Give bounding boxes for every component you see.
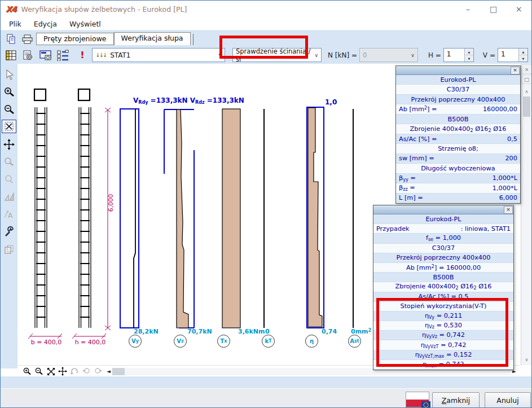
panel-close-icon[interactable]: × — [504, 206, 513, 214]
spin-up-icon[interactable]: ▲ — [519, 49, 527, 55]
v-spinner[interactable]: 1 ▲▼ — [498, 48, 528, 62]
panel-row: ηmax = 0,742 — [373, 360, 513, 370]
tab-prety-zbrojeniowe[interactable]: Pręty zbrojeniowe — [36, 33, 114, 45]
status-strip — [1, 376, 531, 388]
tab-separator — [193, 34, 194, 45]
pan-icon[interactable] — [58, 367, 68, 376]
verification-results-rows: Eurokod-PLPrzypadek: liniowa, STAT1fse =… — [373, 214, 513, 370]
tools-icon[interactable] — [2, 225, 16, 239]
table-icon[interactable] — [3, 47, 19, 63]
panel-title-bar[interactable]: × — [396, 66, 520, 75]
analysis-type-combo[interactable]: Sprawdzenie ścinania / sł ∨ — [232, 48, 322, 62]
menu-plik[interactable]: Plik — [3, 20, 28, 28]
select-icon[interactable] — [2, 67, 16, 82]
panel-row: Ab [mm2] = 160000,00 — [373, 263, 513, 273]
diagram-symbol-circle: Tx — [217, 335, 230, 348]
diagram-value: 28,2kN — [134, 328, 159, 335]
dimension-h-label: h = 400,0 — [74, 339, 107, 346]
toolbar-row: ! ↓↓↓ STAT1 ▼ Sprawdzenie ścinania / sł … — [36, 46, 531, 64]
diagram-symbol-circle: Vz — [174, 335, 187, 348]
view-restore-icon[interactable]: □ — [521, 74, 532, 84]
panel-row: As/Ac [%] =0,5 — [396, 134, 520, 144]
vertical-scrollbar[interactable]: × □ ∧ ∨ — [521, 64, 532, 365]
section-parameters-panel: × Eurokod-PLC30/37Przekrój poprzeczny 40… — [395, 65, 521, 204]
panel-row: βyy =1,000*L — [396, 174, 520, 183]
layers-icon[interactable] — [2, 242, 16, 257]
rotate-icon[interactable] — [69, 367, 80, 376]
panel-row: Zbrojenie 400x4002 Ø162 Ø16 — [373, 282, 513, 292]
panel-title-bar[interactable]: × — [373, 205, 513, 214]
load-case-icon: ↓↓↓ — [95, 52, 106, 58]
tx-diagram — [222, 109, 240, 328]
scroll-down-icon[interactable]: ∨ — [525, 356, 529, 363]
analysis-type-value: Sprawdzenie ścinania / sł — [236, 47, 314, 63]
section-parameters-rows: Eurokod-PLC30/37Przekrój poprzeczny 400x… — [396, 75, 520, 203]
svg-text:A: A — [8, 212, 13, 220]
v-value: 1 — [498, 49, 518, 62]
spin-up-icon[interactable]: ▲ — [465, 49, 473, 55]
chevron-down-icon: ∨ — [411, 52, 415, 58]
panel-row: βzz =1,000*L — [396, 183, 520, 193]
dropdown-arrow-icon: ▼ — [219, 53, 222, 58]
view-next-icon[interactable] — [93, 367, 103, 376]
load-case-selector[interactable]: ↓↓↓ STAT1 ▼ — [92, 48, 225, 62]
panel-row: ηVyVzT = 0,742 — [373, 340, 513, 350]
panel-row: L [m] =6,000 — [396, 194, 520, 203]
scroll-up-icon[interactable]: ∧ — [525, 87, 529, 95]
panel-close-icon[interactable]: × — [511, 67, 520, 74]
zoom-in-icon[interactable] — [2, 85, 16, 99]
pan-icon[interactable] — [2, 137, 16, 152]
zoom-out-icon[interactable] — [2, 102, 16, 117]
zoom-in-icon[interactable] — [22, 367, 32, 376]
panel-row: ηVyVz = 0,742 — [373, 331, 513, 340]
toolbar-area: Pręty zbrojeniowe Weryfikacja słupa ! ↓↓… — [1, 30, 531, 64]
length-dimension-label: 6,000 — [107, 186, 115, 220]
panel-row: Eurokod-PL — [373, 214, 513, 224]
error-icon[interactable]: ! — [78, 50, 86, 60]
menu-bar: Plik Edycja Wyświetl — [1, 17, 531, 30]
notes-screenshot-icon[interactable] — [20, 47, 36, 63]
vscroll-thumb[interactable] — [523, 96, 530, 117]
diagram-value: 3,6kNm — [238, 328, 265, 335]
view-close-icon[interactable]: × — [521, 64, 532, 74]
dimension-b-label: b = 400,0 — [30, 339, 63, 346]
zoom-window-icon[interactable] — [2, 155, 16, 169]
zoom-fit-icon[interactable] — [2, 120, 16, 133]
v-label: V = — [483, 51, 495, 59]
h-label: H = — [428, 51, 441, 59]
h-spinner[interactable]: 1 ▲▼ — [443, 48, 474, 62]
panel-row: B500B — [396, 115, 520, 124]
close-button[interactable]: × — [506, 1, 531, 17]
tab-bar: Pręty zbrojeniowe Weryfikacja słupa — [36, 32, 194, 45]
panel-row: Przypadek: liniowa, STAT1 — [373, 224, 513, 234]
close-dialog-button[interactable]: Zamknij — [432, 392, 480, 408]
spin-down-icon[interactable]: ▼ — [519, 55, 527, 62]
panel-row: Przekrój poprzeczny 400x400 — [396, 95, 520, 104]
print-icon[interactable] — [20, 31, 36, 47]
cancel-button[interactable]: Anuluj — [485, 392, 531, 408]
maximize-button[interactable]: □ — [481, 1, 506, 17]
section-square-h — [78, 89, 90, 100]
n-label: N [kN] = — [328, 51, 357, 59]
minimize-button[interactable]: – — [455, 1, 481, 17]
view-previous-icon[interactable] — [81, 367, 91, 376]
scale-icon[interactable] — [2, 190, 16, 204]
spin-down-icon[interactable]: ▼ — [465, 55, 473, 62]
eta-diagram — [308, 108, 322, 327]
hscroll-thumb[interactable] — [112, 368, 125, 375]
window-options-icon[interactable] — [39, 49, 54, 62]
text-size-icon[interactable]: A — [2, 207, 16, 222]
copy-icon[interactable] — [3, 31, 19, 47]
menu-edycja[interactable]: Edycja — [28, 20, 63, 28]
tab-weryfikacja-slupa[interactable]: Weryfikacja słupa — [114, 32, 191, 45]
zoom-previous-icon[interactable] — [2, 172, 16, 187]
app-icon: X4 — [6, 5, 16, 14]
dialog-footer: Zamknij Anuluj — [1, 388, 531, 408]
menu-wyswietl[interactable]: Wyświetl — [63, 20, 107, 28]
scroll-left-icon[interactable]: ◄ — [107, 368, 111, 374]
zoom-out-icon[interactable] — [34, 367, 44, 376]
zoom-fit-icon[interactable] — [46, 367, 56, 376]
left-tool-palette: A — [1, 64, 18, 368]
panel-row: Przekrój poprzeczny 400x400 — [373, 253, 513, 263]
display-options-icon[interactable] — [56, 49, 71, 62]
